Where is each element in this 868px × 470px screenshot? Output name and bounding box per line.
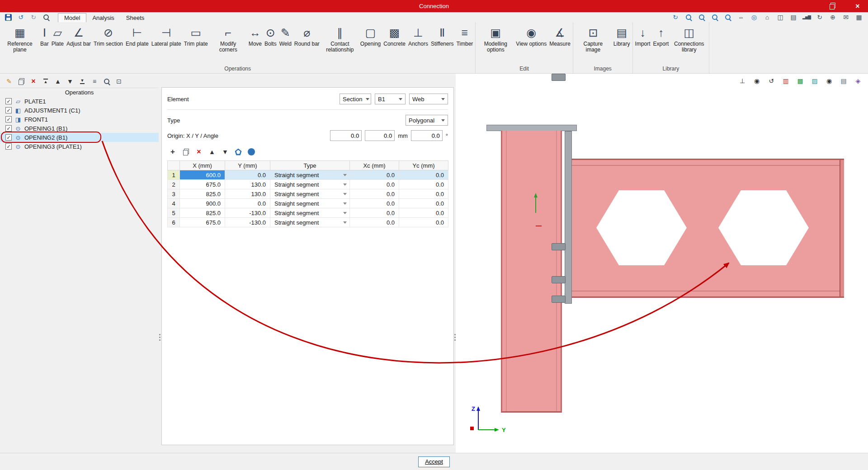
tree-item[interactable]: ✓ ▱ PLATE1 [0,97,159,106]
y-cell[interactable]: 0.0 [225,199,270,208]
zoom-extents-button[interactable] [683,13,694,22]
bolt[interactable] [552,74,566,81]
yc-cell[interactable]: 0.0 [399,208,448,218]
column-cap-plate[interactable] [486,125,577,131]
move-down-button[interactable]: ▼ [220,147,231,156]
redo-button[interactable]: ↻ [28,13,39,22]
checkbox[interactable]: ✓ [5,134,12,141]
y-cell[interactable]: 130.0 [225,180,270,189]
table-row[interactable]: 6 675.0 -130.0 Straight segment 0.0 0.0 [168,218,448,227]
xc-cell[interactable]: 0.0 [350,199,399,208]
x-cell[interactable]: 825.0 [180,189,225,199]
checkbox[interactable]: ✓ [5,98,12,104]
checkbox[interactable]: ✓ [5,107,12,113]
ribbon-import[interactable]: ↓ Import [634,23,652,47]
ribbon-concrete[interactable]: ▩ Concrete [382,23,407,47]
type-cell[interactable]: Straight segment [270,208,350,218]
ribbon-export[interactable]: ↑ Export [652,23,670,47]
element-select-web[interactable]: Web [409,94,448,104]
table-row[interactable]: 4 900.0 0.0 Straight segment 0.0 0.0 [168,199,448,208]
row-number-cell[interactable]: 4 [168,199,180,208]
row-number-cell[interactable]: 5 [168,208,180,218]
y-cell[interactable]: 0.0 [225,170,270,180]
pan-button[interactable]: ⇔ [736,13,746,22]
layout-button[interactable]: ◫ [775,13,786,22]
wireframe-button[interactable]: ◈ [853,76,863,85]
help-button[interactable] [246,147,257,156]
visibility-button[interactable]: ◉ [824,76,835,85]
tree-item[interactable]: ✓ ⊙ OPENING1 (B1) [0,124,159,133]
zoom-in-button[interactable] [709,13,720,22]
camera-view-button[interactable]: ◉ [751,76,762,85]
ribbon-end-plate[interactable]: ⊢ End plate [124,23,150,47]
yc-cell[interactable]: 0.0 [399,180,448,189]
type-cell[interactable]: Straight segment [270,218,350,227]
search-button[interactable] [41,13,52,22]
x-cell[interactable]: 675.0 [180,180,225,189]
ribbon-modify-corners[interactable]: ⌐ Modify corners [209,23,247,53]
ribbon-library[interactable]: ▤ Library [612,23,632,47]
report-button[interactable]: ▤ [788,13,799,22]
column-member[interactable] [501,131,562,413]
ribbon-modelling-options[interactable]: ▣ Modelling options [476,23,514,53]
table-row[interactable]: 1 600.0 0.0 Straight segment 0.0 0.0 [168,170,448,180]
add-button[interactable]: + [167,147,178,156]
type-cell[interactable]: Straight segment [270,199,350,208]
ribbon-connections-library[interactable]: ◫ Connections library [670,23,708,53]
x-cell[interactable]: 900.0 [180,199,225,208]
tree-item[interactable]: ✓ ◨ FRONT1 [0,115,159,124]
row-number-cell[interactable]: 1 [168,170,180,180]
type-select[interactable]: Polygonal [406,115,448,126]
close-window-button[interactable]: × [850,0,865,12]
accept-button[interactable]: Accept [418,456,450,467]
table-row[interactable]: 3 825.0 130.0 Straight segment 0.0 0.0 [168,189,448,199]
layers-button[interactable]: ▤ [838,76,849,85]
bolt[interactable] [552,296,566,303]
row-number-cell[interactable]: 6 [168,218,180,227]
tree-item[interactable]: ✓ ◧ ADJUSTMENT1 (C1) [0,106,159,115]
search-button[interactable] [101,77,112,86]
origin-x-input[interactable] [330,130,362,141]
ribbon-move[interactable]: ↔ Move [247,23,263,47]
ribbon-weld[interactable]: ✎ Weld [278,23,293,47]
ribbon-adjust-bar[interactable]: ∠ Adjust bar [65,23,92,47]
bolt[interactable] [552,276,566,283]
table-button[interactable]: ▦ [854,13,864,22]
xc-cell[interactable]: 0.0 [350,189,399,199]
restore-window-button[interactable] [825,0,840,12]
checkbox[interactable]: ✓ [5,143,12,150]
ribbon-lateral-plate[interactable]: ⊣ Lateral plate [150,23,183,47]
zoom-out-button[interactable] [722,13,733,22]
ribbon-contact-relationship[interactable]: ∥ Contact relationship [321,23,359,53]
type-cell[interactable]: Straight segment [270,189,350,199]
tree-item[interactable]: ✓ ⊙ OPENING3 (PLATE1) [0,142,159,151]
ribbon-view-options[interactable]: ◉ View options [514,23,548,47]
y-cell[interactable]: -130.0 [225,218,270,227]
rotate-view-button[interactable]: ↻ [670,13,681,22]
table-row[interactable]: 5 825.0 -130.0 Straight segment 0.0 0.0 [168,208,448,218]
move-down-button[interactable]: ▼ [65,77,75,86]
solids-red-button[interactable]: ▥ [780,76,791,85]
checkbox[interactable]: ✓ [5,125,12,132]
ribbon-reference-plane[interactable]: ▦ Reference plane [1,23,39,53]
element-select-b1[interactable]: B1 [375,94,406,104]
beam-member[interactable] [572,159,844,298]
xc-cell[interactable]: 0.0 [350,180,399,189]
orbit-button[interactable]: ↺ [766,76,777,85]
bolt[interactable] [552,243,566,250]
home-view-button[interactable]: ⌂ [762,13,773,22]
zoom-window-button[interactable] [696,13,707,22]
save-button[interactable] [3,13,14,22]
ribbon-opening[interactable]: ▢ Opening [359,23,382,47]
ribbon-stiffeners[interactable]: Ⅱ Stiffeners [429,23,455,47]
y-cell[interactable]: 130.0 [225,189,270,199]
yc-cell[interactable]: 0.0 [399,189,448,199]
yc-cell[interactable]: 0.0 [399,170,448,180]
origin-y-input[interactable] [365,130,395,141]
copy-button[interactable] [16,77,27,86]
plumb-line-button[interactable]: ⊥ [737,76,748,85]
x-cell[interactable]: 600.0 [180,170,225,180]
copy-button[interactable] [180,147,191,156]
x-cell[interactable]: 675.0 [180,218,225,227]
move-up-button[interactable]: ▲ [207,147,217,156]
